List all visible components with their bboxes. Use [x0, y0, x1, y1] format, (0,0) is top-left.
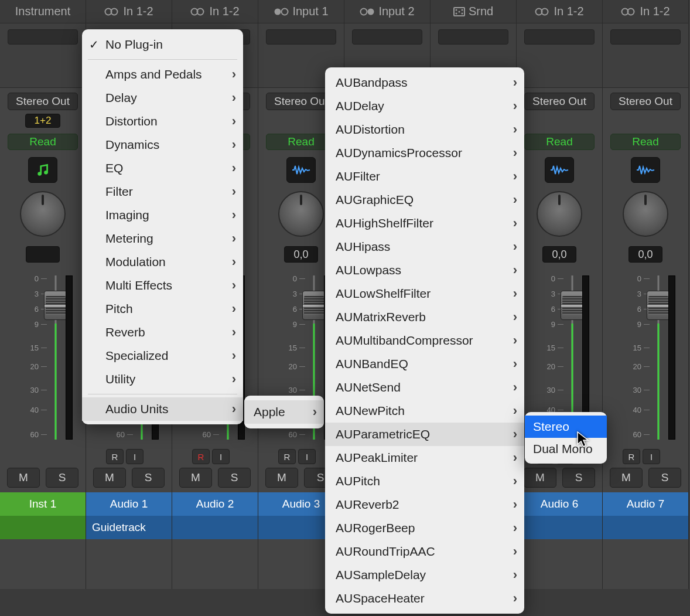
menu-item[interactable]: Metering›	[82, 227, 243, 250]
menu-item[interactable]: EQ›	[82, 156, 243, 180]
solo-button[interactable]: S	[46, 468, 78, 488]
output-selector[interactable]: Stereo Out	[610, 93, 681, 110]
output-selector[interactable]: Stereo Out	[524, 93, 595, 110]
pan-knob[interactable]	[20, 191, 66, 237]
record-enable-button[interactable]: R	[278, 449, 296, 464]
mute-button[interactable]: M	[610, 468, 643, 488]
mute-button[interactable]: M	[93, 468, 126, 488]
automation-mode-button[interactable]: Read	[8, 134, 78, 150]
menu-item[interactable]: AUSpaceHeater›	[325, 587, 524, 610]
insert-slot[interactable]	[438, 29, 508, 45]
pan-knob[interactable]	[278, 191, 324, 237]
channel-input-selector[interactable]: In 1-2	[86, 0, 172, 23]
output-selector[interactable]: Stereo Out	[8, 93, 78, 110]
automation-mode-button[interactable]: Read	[610, 134, 681, 150]
menu-item[interactable]: Utility›	[82, 367, 243, 391]
menu-item[interactable]: Amps and Pedals›	[82, 63, 243, 86]
input-monitor-button[interactable]: I	[212, 449, 230, 464]
menu-item[interactable]: AUBandpass›	[325, 71, 524, 94]
menu-item-audio-units[interactable]: Audio Units›	[82, 397, 243, 421]
record-enable-button[interactable]: R	[106, 449, 124, 464]
track-name[interactable]: Audio 7	[603, 492, 688, 516]
menu-item[interactable]: Dynamics›	[82, 133, 243, 156]
track-name[interactable]: Inst 1	[0, 492, 86, 516]
menu-item[interactable]: AUMatrixReverb›	[325, 305, 524, 329]
input-monitor-button[interactable]: I	[298, 449, 316, 464]
record-enable-button[interactable]: R	[192, 449, 210, 464]
menu-item[interactable]: Specialized›	[82, 344, 243, 367]
pan-value[interactable]: 0,0	[284, 246, 318, 263]
menu-item[interactable]: AUSampleDelay›	[325, 563, 524, 587]
menu-item[interactable]: Reverb›	[82, 321, 243, 344]
channel-input-selector[interactable]: Input 1	[258, 0, 344, 23]
menu-item[interactable]: AUMultibandCompressor›	[325, 329, 524, 352]
track-group-label[interactable]	[172, 516, 258, 539]
menu-item[interactable]: AUNewPitch›	[325, 399, 524, 423]
track-name[interactable]: Audio 1	[86, 492, 172, 516]
channel-mode-menu[interactable]: Stereo Dual Mono	[525, 412, 607, 464]
menu-item[interactable]: AUDelay›	[325, 94, 524, 118]
menu-item[interactable]: AUGraphicEQ›	[325, 188, 524, 212]
track-type-icon[interactable]	[545, 157, 574, 183]
channel-input-selector[interactable]: Srnd	[431, 0, 516, 23]
menu-item[interactable]: Multi Effects›	[82, 274, 243, 297]
record-enable-button[interactable]: R	[623, 449, 640, 464]
menu-item-no-plugin[interactable]: No Plug-in	[82, 33, 243, 56]
menu-item[interactable]: AUPeakLimiter›	[325, 446, 524, 469]
track-group-label[interactable]: Guidetrack	[86, 516, 172, 539]
menu-item[interactable]: AUHipass›	[325, 235, 524, 258]
pan-value[interactable]: 0,0	[628, 246, 662, 263]
solo-button[interactable]: S	[562, 468, 595, 488]
menu-item-apple[interactable]: Apple›	[244, 400, 324, 424]
channel-input-selector[interactable]: In 1-2	[517, 0, 602, 23]
menu-item[interactable]: AUParametricEQ›	[325, 423, 524, 446]
menu-item[interactable]: AUNBandEQ›	[325, 352, 524, 376]
menu-item[interactable]: AURoundTripAAC›	[325, 540, 524, 563]
track-type-icon[interactable]	[28, 157, 57, 183]
track-type-icon[interactable]	[631, 157, 660, 183]
channel-input-selector[interactable]: In 1-2	[172, 0, 258, 23]
fader-cap[interactable]	[44, 291, 67, 320]
manufacturer-menu[interactable]: Apple›	[244, 396, 324, 428]
pan-value[interactable]	[26, 246, 60, 263]
send-badge[interactable]: 1+2	[25, 114, 60, 128]
mute-button[interactable]: M	[179, 468, 212, 488]
pan-knob[interactable]	[623, 191, 668, 237]
menu-item[interactable]: Filter›	[82, 180, 243, 203]
menu-item[interactable]: Modulation›	[82, 250, 243, 274]
insert-slot[interactable]	[352, 29, 422, 45]
menu-item-stereo[interactable]: Stereo	[525, 416, 607, 438]
mute-button[interactable]: M	[265, 468, 298, 488]
menu-item[interactable]: AUDynamicsProcessor›	[325, 141, 524, 165]
menu-item[interactable]: AURogerBeep›	[325, 516, 524, 540]
solo-button[interactable]: S	[218, 468, 251, 488]
insert-slot[interactable]	[524, 29, 595, 45]
insert-slot[interactable]	[266, 29, 336, 45]
menu-item[interactable]: AUHighShelfFilter›	[325, 212, 524, 235]
fader-cap[interactable]	[302, 291, 326, 320]
track-group-label[interactable]	[0, 516, 86, 539]
menu-item-dual-mono[interactable]: Dual Mono	[525, 438, 607, 460]
fader[interactable]	[49, 270, 62, 445]
menu-item[interactable]: Pitch›	[82, 297, 243, 321]
menu-item[interactable]: AUReverb2›	[325, 493, 524, 516]
insert-slot[interactable]	[610, 29, 681, 45]
plugin-category-menu[interactable]: No Plug-in Amps and Pedals›Delay›Distort…	[82, 29, 243, 424]
menu-item[interactable]: AUNetSend›	[325, 376, 524, 399]
menu-item[interactable]: AUPitch›	[325, 469, 524, 493]
input-monitor-button[interactable]: I	[643, 449, 660, 464]
channel-input-selector[interactable]: Input 2	[344, 0, 430, 23]
track-name[interactable]: Audio 6	[517, 492, 602, 516]
insert-slot[interactable]	[8, 29, 78, 45]
solo-button[interactable]: S	[648, 468, 681, 488]
mute-button[interactable]: M	[524, 468, 556, 488]
menu-item[interactable]: Distortion›	[82, 110, 243, 133]
fader[interactable]	[652, 270, 665, 445]
menu-item[interactable]: AULowShelfFilter›	[325, 282, 524, 305]
pan-value[interactable]: 0,0	[542, 246, 576, 263]
automation-mode-button[interactable]: Read	[524, 134, 595, 150]
fader-cap[interactable]	[647, 291, 670, 320]
menu-item[interactable]: Imaging›	[82, 203, 243, 227]
menu-item[interactable]: AUFilter›	[325, 165, 524, 188]
channel-input-selector[interactable]: In 1-2	[603, 0, 688, 23]
